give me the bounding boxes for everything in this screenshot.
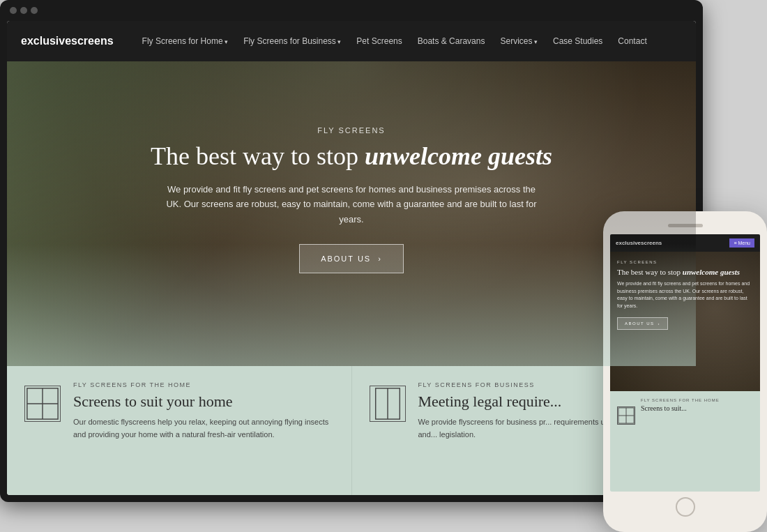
logo-bold: screens	[71, 35, 114, 47]
window-business-icon	[370, 386, 406, 422]
phone-card-home: FLY SCREENS FOR THE HOME Screens to suit…	[610, 391, 760, 492]
phone-mockup: exclusivescreens ≡ Menu FLY SCREENS The …	[603, 211, 767, 532]
site-logo[interactable]: exclusivescreens	[21, 35, 114, 47]
phone-hero-subtitle: FLY SCREENS	[617, 260, 753, 264]
hero-content: FLY SCREENS The best way to stop unwelco…	[7, 61, 696, 366]
hero-subtitle: FLY SCREENS	[317, 126, 385, 135]
close-dot	[10, 7, 17, 14]
phone-home-button[interactable]	[676, 497, 695, 517]
nav-menu: Fly Screens for Home Fly Screens for Bus…	[135, 36, 655, 46]
phone-about-us-label: ABOUT US	[625, 321, 655, 326]
phone-hero-title: The best way to stop unwelcome guests	[617, 267, 753, 277]
phone-about-us-button[interactable]: ABOUT US ›	[617, 317, 668, 330]
phone-hero-desc: We provide and fit fly screens and pet s…	[617, 280, 753, 310]
logo-light: exclusive	[21, 35, 71, 47]
hero-description: We provide and fit fly screens and pet s…	[163, 182, 540, 227]
about-us-button[interactable]: ABOUT US ›	[299, 244, 404, 273]
cards-row: FLY SCREENS FOR THE HOME Screens to suit…	[7, 366, 696, 495]
phone-hero-content: FLY SCREENS The best way to stop unwelco…	[610, 252, 760, 338]
phone-card-label: FLY SCREENS FOR THE HOME	[641, 398, 720, 402]
nav-case-studies[interactable]: Case Studies	[545, 36, 610, 46]
nav-fly-screens-business[interactable]: Fly Screens for Business	[236, 36, 349, 46]
nav-fly-screens-home[interactable]: Fly Screens for Home	[135, 36, 236, 46]
desktop-mockup: exclusivescreens Fly Screens for Home Fl…	[0, 0, 703, 502]
browser-screen: exclusivescreens Fly Screens for Home Fl…	[7, 21, 696, 495]
phone-card-title: Screens to suit...	[641, 404, 720, 412]
scene: exclusivescreens Fly Screens for Home Fl…	[0, 0, 767, 532]
nav-services[interactable]: Services	[492, 36, 545, 46]
hero-title: The best way to stop unwelcome guests	[151, 142, 552, 172]
phone-about-us-arrow-icon: ›	[658, 321, 661, 326]
nav-contact[interactable]: Contact	[610, 36, 654, 46]
window-home-icon	[24, 386, 61, 422]
navigation: exclusivescreens Fly Screens for Home Fl…	[7, 21, 696, 61]
phone-hero-title-bold: unwelcome guests	[683, 268, 740, 276]
phone-hero-section: FLY SCREENS The best way to stop unwelco…	[610, 252, 760, 391]
card-home-desc: Our domestic flyscreens help you relax, …	[73, 416, 334, 441]
phone-window-icon	[617, 406, 635, 425]
card-home-title: Screens to suit your home	[73, 393, 334, 411]
about-us-label: ABOUT US	[321, 254, 371, 263]
minimize-dot	[20, 7, 27, 14]
hero-section: FLY SCREENS The best way to stop unwelco…	[7, 61, 696, 366]
hero-title-bold: unwelcome guests	[365, 142, 552, 170]
card-home: FLY SCREENS FOR THE HOME Screens to suit…	[7, 366, 351, 495]
expand-dot	[31, 7, 38, 14]
nav-boats-caravans[interactable]: Boats & Caravans	[410, 36, 493, 46]
card-home-text: FLY SCREENS FOR THE HOME Screens to suit…	[73, 381, 334, 441]
about-us-arrow-icon: ›	[378, 254, 382, 263]
hero-title-normal: The best way to stop	[151, 142, 365, 170]
phone-card-text: FLY SCREENS FOR THE HOME Screens to suit…	[641, 398, 720, 412]
phone-hero-title-normal: The best way to stop	[617, 268, 683, 276]
phone-menu-button[interactable]: ≡ Menu	[729, 238, 754, 248]
nav-pet-screens[interactable]: Pet Screens	[349, 36, 409, 46]
traffic-lights	[10, 7, 38, 14]
card-home-label: FLY SCREENS FOR THE HOME	[73, 381, 334, 388]
